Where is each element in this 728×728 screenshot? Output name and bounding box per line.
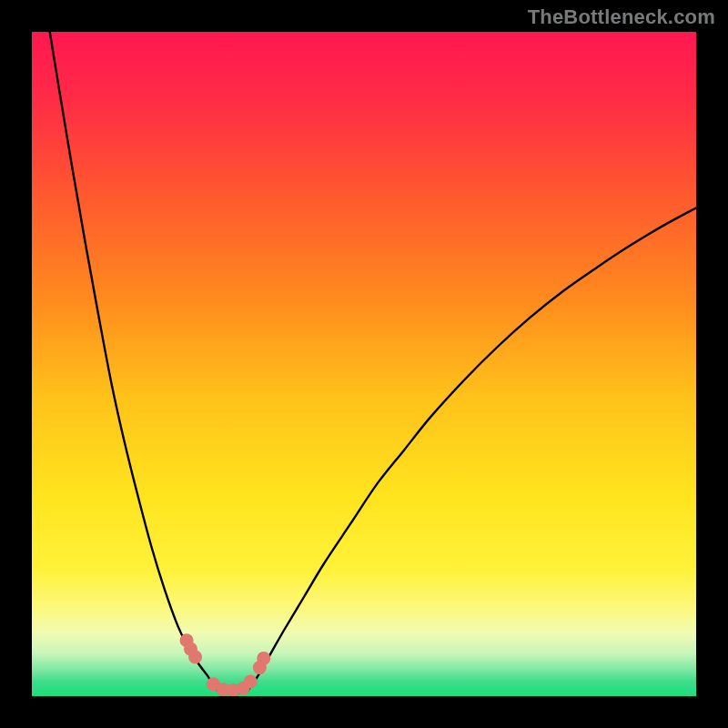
chart-gradient-bg — [32, 32, 696, 696]
watermark-text: TheBottleneck.com — [528, 5, 715, 29]
marker-dot — [244, 674, 258, 688]
chart-svg — [32, 32, 696, 696]
marker-dot — [188, 650, 202, 663]
marker-dot — [257, 652, 270, 665]
chart-plot-area — [32, 32, 696, 696]
outer-frame: TheBottleneck.com — [0, 0, 728, 728]
